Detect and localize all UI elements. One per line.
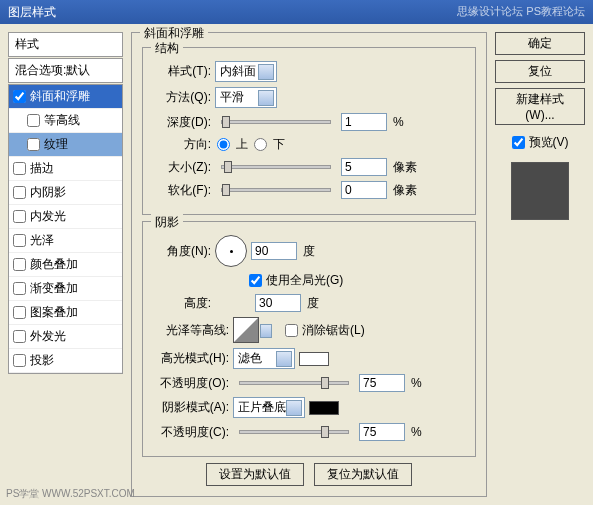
style-checkbox[interactable] <box>13 354 26 367</box>
ok-button[interactable]: 确定 <box>495 32 585 55</box>
direction-up-label: 上 <box>236 136 248 153</box>
style-checkbox[interactable] <box>13 162 26 175</box>
style-item-label: 投影 <box>30 352 54 369</box>
highlight-opacity-label: 不透明度(O): <box>153 375 229 392</box>
style-item-4[interactable]: 内阴影 <box>9 181 122 205</box>
shadow-opacity-input[interactable]: 75 <box>359 423 405 441</box>
depth-slider[interactable] <box>221 120 331 124</box>
antialias-checkbox[interactable] <box>285 324 298 337</box>
altitude-input[interactable]: 30 <box>255 294 301 312</box>
style-checkbox[interactable] <box>13 306 26 319</box>
direction-label: 方向: <box>153 136 211 153</box>
size-input[interactable]: 5 <box>341 158 387 176</box>
method-label: 方法(Q): <box>153 89 211 106</box>
shadow-color-swatch[interactable] <box>309 401 339 415</box>
style-item-label: 内发光 <box>30 208 66 225</box>
style-item-7[interactable]: 颜色叠加 <box>9 253 122 277</box>
new-style-button[interactable]: 新建样式(W)... <box>495 88 585 125</box>
dialog-actions: 确定 复位 新建样式(W)... 预览(V) <box>495 32 585 503</box>
style-checkbox[interactable] <box>27 114 40 127</box>
style-checkbox[interactable] <box>13 186 26 199</box>
style-item-11[interactable]: 投影 <box>9 349 122 373</box>
structure-group: 结构 样式(T): 内斜面 方法(Q): 平滑 深度(D): 1 % 方向: <box>142 47 476 215</box>
soften-slider[interactable] <box>221 188 331 192</box>
style-select[interactable]: 内斜面 <box>215 61 277 82</box>
style-item-label: 等高线 <box>44 112 80 129</box>
soften-unit: 像素 <box>393 182 417 199</box>
shadow-opacity-slider[interactable] <box>239 430 349 434</box>
direction-down-radio[interactable] <box>254 138 267 151</box>
angle-dial[interactable] <box>215 235 247 267</box>
angle-label: 角度(N): <box>153 243 211 260</box>
preview-label: 预览(V) <box>529 134 569 151</box>
soften-input[interactable]: 0 <box>341 181 387 199</box>
preview-checkbox[interactable] <box>512 136 525 149</box>
styles-header: 样式 <box>8 32 123 57</box>
style-item-6[interactable]: 光泽 <box>9 229 122 253</box>
style-checkbox[interactable] <box>13 282 26 295</box>
style-checkbox[interactable] <box>13 258 26 271</box>
depth-label: 深度(D): <box>153 114 211 131</box>
style-checkbox[interactable] <box>13 330 26 343</box>
highlight-opacity-input[interactable]: 75 <box>359 374 405 392</box>
style-item-label: 图案叠加 <box>30 304 78 321</box>
shadow-mode-select[interactable]: 正片叠底 <box>233 397 305 418</box>
global-light-label: 使用全局光(G) <box>266 272 343 289</box>
style-item-2[interactable]: 纹理 <box>9 133 122 157</box>
blend-options[interactable]: 混合选项:默认 <box>8 58 123 83</box>
style-checkbox[interactable] <box>27 138 40 151</box>
soften-label: 软化(F): <box>153 182 211 199</box>
contour-label: 光泽等高线: <box>153 322 229 339</box>
size-slider[interactable] <box>221 165 331 169</box>
structure-legend: 结构 <box>151 40 183 57</box>
style-item-5[interactable]: 内发光 <box>9 205 122 229</box>
style-item-label: 内阴影 <box>30 184 66 201</box>
reset-default-button[interactable]: 复位为默认值 <box>314 463 412 486</box>
style-item-label: 描边 <box>30 160 54 177</box>
make-default-button[interactable]: 设置为默认值 <box>206 463 304 486</box>
highlight-color-swatch[interactable] <box>299 352 329 366</box>
style-item-0[interactable]: 斜面和浮雕 <box>9 85 122 109</box>
highlight-opacity-slider[interactable] <box>239 381 349 385</box>
style-item-label: 纹理 <box>44 136 68 153</box>
angle-unit: 度 <box>303 243 315 260</box>
shading-legend: 阴影 <box>151 214 183 231</box>
style-item-label: 渐变叠加 <box>30 280 78 297</box>
title-bar: 图层样式 思缘设计论坛 PS教程论坛 <box>0 0 593 24</box>
shadow-mode-label: 阴影模式(A): <box>153 399 229 416</box>
footer-watermark: PS学堂 WWW.52PSXT.COM <box>6 487 135 501</box>
style-checkbox[interactable] <box>13 210 26 223</box>
style-item-10[interactable]: 外发光 <box>9 325 122 349</box>
contour-picker[interactable] <box>233 317 259 343</box>
style-item-1[interactable]: 等高线 <box>9 109 122 133</box>
preview-swatch <box>511 162 569 220</box>
antialias-label: 消除锯齿(L) <box>302 322 365 339</box>
style-label: 样式(T): <box>153 63 211 80</box>
style-item-8[interactable]: 渐变叠加 <box>9 277 122 301</box>
depth-input[interactable]: 1 <box>341 113 387 131</box>
angle-input[interactable]: 90 <box>251 242 297 260</box>
size-label: 大小(Z): <box>153 159 211 176</box>
dialog-title: 图层样式 <box>8 4 56 20</box>
global-light-checkbox[interactable] <box>249 274 262 287</box>
method-select[interactable]: 平滑 <box>215 87 277 108</box>
style-item-9[interactable]: 图案叠加 <box>9 301 122 325</box>
shading-group: 阴影 角度(N): 90 度 使用全局光(G) 高度: 30 度 <box>142 221 476 457</box>
highlight-mode-label: 高光模式(H): <box>153 350 229 367</box>
bevel-emboss-group: 斜面和浮雕 结构 样式(T): 内斜面 方法(Q): 平滑 深度(D): 1 % <box>131 32 487 497</box>
style-item-label: 光泽 <box>30 232 54 249</box>
style-checkbox[interactable] <box>13 90 26 103</box>
highlight-mode-select[interactable]: 滤色 <box>233 348 295 369</box>
style-list: 斜面和浮雕等高线纹理描边内阴影内发光光泽颜色叠加渐变叠加图案叠加外发光投影 <box>8 84 123 374</box>
direction-up-radio[interactable] <box>217 138 230 151</box>
style-checkbox[interactable] <box>13 234 26 247</box>
style-item-3[interactable]: 描边 <box>9 157 122 181</box>
style-item-label: 外发光 <box>30 328 66 345</box>
altitude-label: 高度: <box>153 295 211 312</box>
shadow-opacity-label: 不透明度(C): <box>153 424 229 441</box>
direction-down-label: 下 <box>273 136 285 153</box>
watermark-right: 思缘设计论坛 PS教程论坛 <box>457 4 585 20</box>
cancel-button[interactable]: 复位 <box>495 60 585 83</box>
depth-unit: % <box>393 115 404 129</box>
style-item-label: 斜面和浮雕 <box>30 88 90 105</box>
